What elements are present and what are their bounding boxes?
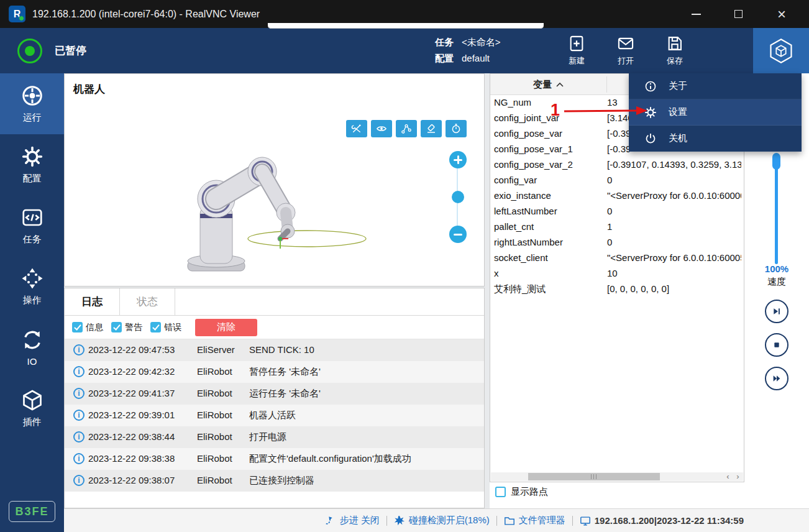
sidebar-item-label: 插件 [23,416,42,428]
tab-status[interactable]: 状态 [120,288,175,316]
minimize-button[interactable] [681,0,711,28]
variable-name: leftLastNumber [494,206,557,216]
trajectory-button[interactable] [396,120,417,137]
realvnc-viewer-window: R 192.168.1.200 (intel-corei7-64:0) - Re… [0,0,809,532]
file-manager-label: 文件管理器 [519,515,565,526]
brand-hexagon-icon [767,37,795,65]
menu-item-about[interactable]: 关于 [629,73,802,99]
show-waypoints-checkbox[interactable] [495,487,506,497]
stop-button[interactable] [765,333,788,357]
code-task-icon [21,206,43,229]
stopwatch-icon [450,123,462,134]
tab-log[interactable]: 日志 [65,288,120,316]
clear-log-button[interactable]: 清除 [195,319,257,336]
speed-slider-track[interactable] [775,154,778,264]
scroll-right-arrow[interactable]: › [733,472,743,481]
sidebar-item-task[interactable]: 任务 [0,195,64,256]
vnc-toolbar-strip[interactable] [268,23,544,29]
speed-label: 速度 [744,276,809,288]
variable-value: 0 [607,237,741,247]
log-time: 2023-12-22 09:47:53 [88,344,175,355]
sidebar-item-run[interactable]: 运行 [0,73,64,134]
variable-row[interactable]: socket_client"<ServerProxy for 6.0.0.10:… [490,250,744,266]
info-circle-icon [73,388,85,399]
variable-row[interactable]: rightLastNumber0 [490,235,744,250]
cube-icon [21,389,43,411]
log-source: EliRobot [197,431,232,442]
eraser-icon [426,123,437,134]
eye-icon [376,123,387,134]
log-row: 2023-12-22 09:38:07 EliRobot 已连接到控制器 [65,470,484,492]
variable-name: NG_num [494,97,531,108]
step-next-button[interactable] [765,300,788,323]
log-source: EliRobot [197,366,232,377]
variable-row[interactable]: 艾利特_测试[0, 0, 0, 0, 0, 0] [490,282,744,297]
close-button[interactable]: × [767,0,797,28]
filter-info[interactable]: 信息 [72,322,103,333]
filter-warning[interactable]: 警告 [111,322,142,333]
variable-row[interactable]: exio_instance"<ServerProxy for 6.0.0.10:… [490,188,744,204]
folder-icon [504,515,515,526]
open-task-button[interactable]: 打开 [606,28,646,73]
app-dropdown-menu: 关于 设置 关机 [629,73,802,152]
log-row: 2023-12-22 09:39:01 EliRobot 机器人活跃 [65,405,484,426]
collision-detection-toggle[interactable]: 碰撞检测开启(18%) [394,515,490,526]
task-label: 任务 [435,37,454,47]
power-state-icon [17,39,42,63]
timer-button[interactable] [446,120,467,137]
menu-item-shutdown[interactable]: 关机 [629,126,802,152]
tools-button[interactable] [346,120,367,137]
config-label: 配置 [435,53,454,63]
maximize-icon [734,10,743,18]
variable-name: socket_client [494,252,548,263]
new-task-button[interactable]: 新建 [557,28,596,73]
sidebar-item-config[interactable]: 配置 [0,134,64,195]
robot-3d-viewport[interactable] [164,139,369,282]
log-time: 2023-12-22 09:39:01 [88,410,175,420]
zoom-in-button[interactable] [449,151,467,168]
scrollbar-thumb[interactable] [528,473,660,480]
robot-state-indicator[interactable]: 已暂停 [17,28,86,73]
collision-icon [394,515,405,526]
step-mode-toggle[interactable]: 步进 关闭 [325,515,380,526]
clear-view-button[interactable] [421,120,442,137]
info-circle-icon [73,344,85,355]
filter-error[interactable]: 错误 [150,322,181,333]
visibility-button[interactable] [371,120,392,137]
variable-row[interactable]: config_pose_var_2[-0.39107, 0.14393, 0.3… [490,157,744,173]
warning-checkbox[interactable] [111,322,122,332]
variable-row[interactable]: x10 [490,266,744,282]
speed-percent: 100% [744,264,809,274]
sidebar-item-plugin[interactable]: 插件 [0,378,64,439]
variable-row[interactable]: leftLastNumber0 [490,204,744,219]
file-manager-button[interactable]: 文件管理器 [504,515,565,526]
error-checkbox[interactable] [150,322,161,332]
variable-name: config_var [494,175,537,185]
variable-row[interactable]: pallet_cnt1 [490,219,744,235]
speed-slider-thumb[interactable] [772,153,780,170]
variable-name: config_joint_var [494,112,559,123]
zoom-out-button[interactable] [449,226,467,243]
log-message: 机器人活跃 [249,410,296,421]
fast-forward-button[interactable] [765,367,788,390]
show-waypoints-option[interactable]: 显示路点 [495,486,548,498]
info-checkbox[interactable] [72,322,83,332]
scroll-left-arrow[interactable]: ‹ [723,472,733,481]
maximize-button[interactable] [723,0,753,28]
run-status-label: 已暂停 [55,44,86,58]
step-icon [325,515,336,526]
variable-name: pallet_cnt [494,221,534,232]
log-list: 2023-12-22 09:47:53 EliServer SEND TICK:… [65,339,484,492]
zoom-slider-thumb[interactable] [452,191,464,203]
variable-value: "<ServerProxy for 6.0.0.10:60000, [607,190,741,201]
log-message: 配置文件'default.configuration'加载成功 [249,453,411,465]
save-task-button[interactable]: 保存 [655,28,695,73]
sidebar-item-io[interactable]: IO [0,317,64,378]
menu-shutdown-label: 关机 [669,132,687,144]
horizontal-scrollbar[interactable]: ‹ › [491,472,743,481]
variable-row[interactable]: config_var0 [490,173,744,188]
menu-item-settings[interactable]: 设置 [629,99,802,126]
open-file-icon [617,35,634,52]
sidebar-item-operate[interactable]: 操作 [0,256,64,317]
app-menu-button[interactable] [753,28,809,73]
